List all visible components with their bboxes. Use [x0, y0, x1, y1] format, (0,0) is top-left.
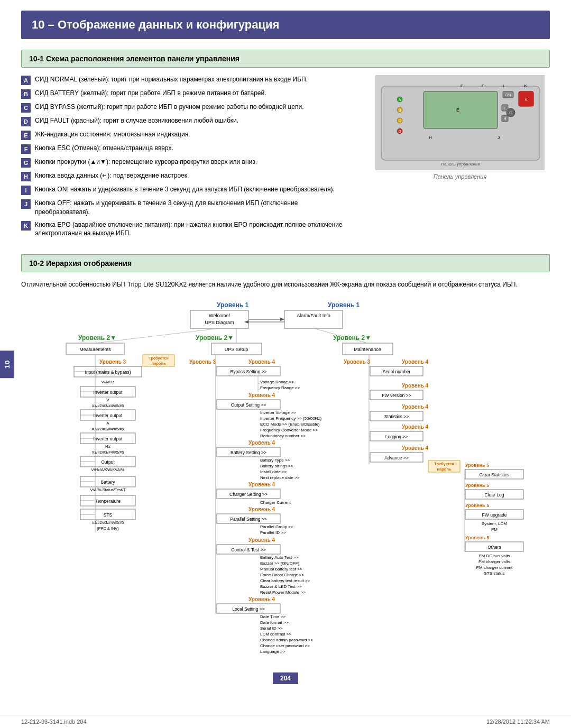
svg-text:Уровень 4: Уровень 4 — [402, 424, 429, 430]
section2-header: 10-2 Иерархия отображения — [21, 254, 550, 272]
svg-text:Hz: Hz — [105, 444, 110, 449]
panel-item-label: C — [21, 103, 31, 113]
svg-text:E: E — [461, 84, 464, 88]
svg-text:Уровень 4: Уровень 4 — [248, 537, 275, 543]
panel-item-text: СИД FAULT (красный): горит в случае возн… — [35, 116, 238, 125]
svg-text:PM DC bus volts: PM DC bus volts — [478, 554, 510, 558]
panel-list-item: EЖК-индикация состояния: многоязычная ин… — [21, 130, 354, 140]
svg-text:Date format >>: Date format >> — [260, 620, 289, 625]
svg-text:Advance >>: Advance >> — [384, 455, 408, 460]
svg-text:K: K — [525, 98, 528, 102]
svg-text:V: V — [106, 398, 109, 402]
svg-text:Уровень 4: Уровень 4 — [248, 440, 275, 446]
svg-text:Maintenance: Maintenance — [354, 347, 381, 352]
svg-text:Output Setting >>: Output Setting >> — [231, 402, 266, 408]
svg-text:Parallel Setting >>: Parallel Setting >> — [230, 517, 266, 522]
svg-text:Battery Type >>: Battery Type >> — [260, 458, 290, 463]
svg-text:Требуется: Требуется — [434, 462, 454, 466]
svg-text:Reset Power Module >>: Reset Power Module >> — [260, 590, 306, 595]
svg-text:FW upgrade: FW upgrade — [482, 512, 507, 518]
svg-text:#1/#2/#3/#4/#5/#6: #1/#2/#3/#4/#5/#6 — [92, 450, 124, 455]
svg-text:Уровень 4: Уровень 4 — [248, 392, 275, 398]
panel-list-item: CСИД BYPASS (желтый): горит при работе И… — [21, 103, 354, 113]
svg-text:ON: ON — [505, 93, 511, 97]
svg-text:V/Hz/A/KW/KVA/%: V/Hz/A/KW/KVA/% — [91, 467, 125, 472]
svg-text:Уровень 2▼: Уровень 2▼ — [196, 334, 234, 342]
svg-text:Next replace date >>: Next replace date >> — [260, 475, 300, 480]
page-number-badge: 204 — [273, 672, 298, 684]
svg-text:Date Time >>: Date Time >> — [260, 614, 286, 619]
svg-text:PM charger current: PM charger current — [476, 565, 513, 570]
svg-text:PM: PM — [491, 527, 498, 532]
section1-title: 10-1 Схема расположения элементов панели… — [29, 54, 542, 63]
svg-text:Уровень 3: Уровень 3 — [344, 359, 371, 365]
panel-list: AСИД NORMAL (зеленый): горит при нормаль… — [21, 75, 354, 242]
panel-list-item: IКнопка ON: нажать и удерживать в течени… — [21, 185, 354, 195]
svg-text:Frequency Converter Mode >>: Frequency Converter Mode >> — [260, 428, 318, 432]
svg-text:Language >>: Language >> — [260, 649, 285, 654]
panel-list-item: DСИД FAULT (красный): горит в случае воз… — [21, 116, 354, 126]
svg-text:Clear Log: Clear Log — [485, 492, 504, 497]
svg-text:Требуется: Требуется — [149, 356, 169, 361]
page-footer: 12-212-93-3141.indb 204 12/28/2012 11:22… — [0, 715, 571, 728]
panel-item-label: B — [21, 89, 31, 99]
page-number-center: 204 — [21, 667, 550, 689]
svg-text:Панель управления: Панель управления — [441, 162, 480, 167]
svg-text:A: A — [106, 421, 109, 426]
svg-text:Battery Auto Test >>: Battery Auto Test >> — [260, 555, 298, 560]
svg-text:LCM contrast >>: LCM contrast >> — [260, 632, 291, 637]
svg-text:Inverter Frequency >> (50/60Hz: Inverter Frequency >> (50/60Hz) — [260, 416, 321, 421]
svg-text:V/A/%-Status/Test/T: V/A/%-Status/Test/T — [90, 487, 126, 492]
panel-list-item: HКнопка ввода данных (↵): подтверждение … — [21, 171, 354, 181]
svg-text:H: H — [429, 135, 432, 140]
panel-item-text: СИД NORMAL (зеленый): горит при нормальн… — [35, 75, 308, 84]
diagram-container: Уровень 1 Уровень 1 Welcome/ UPS Diagram… — [21, 298, 550, 659]
svg-text:Уровень 2▼: Уровень 2▼ — [78, 334, 116, 342]
svg-text:Logging >>: Logging >> — [385, 434, 408, 439]
svg-text:Parallel ID >>: Parallel ID >> — [260, 530, 286, 535]
svg-text:Inverter Voltage >>: Inverter Voltage >> — [260, 410, 296, 415]
svg-text:ECO Mode >> (Enable/Disable): ECO Mode >> (Enable/Disable) — [260, 422, 320, 427]
panel-item-text: СИД BATTERY (желтый): горит при работе И… — [35, 89, 266, 98]
panel-item-text: ЖК-индикация состояния: многоязычная инд… — [35, 130, 190, 139]
svg-text:#1/#2/#3/#4/#5/#6: #1/#2/#3/#4/#5/#6 — [92, 427, 124, 431]
svg-text:Bypass Setting >>: Bypass Setting >> — [231, 369, 267, 374]
panel-item-label: E — [21, 131, 31, 140]
chapter-title: 10 – Отображение данных и конфигурация — [32, 18, 539, 32]
svg-text:A: A — [399, 98, 401, 102]
svg-text:System, LCM: System, LCM — [482, 521, 507, 526]
panel-list-item: KКнопка EPO (аварийное отключение питани… — [21, 220, 354, 238]
svg-text:Parallel Group >>: Parallel Group >> — [260, 524, 293, 529]
panel-item-label: F — [21, 144, 31, 154]
svg-text:Inverter output: Inverter output — [94, 390, 123, 395]
svg-text:Voltage Range >>: Voltage Range >> — [260, 380, 294, 384]
svg-text:Buzzer >> (ON/OFF): Buzzer >> (ON/OFF) — [260, 561, 300, 566]
svg-text:#1/#2/#3/#4/#5/#6: #1/#2/#3/#4/#5/#6 — [92, 403, 124, 408]
svg-text:Statistics >>: Statistics >> — [384, 414, 409, 419]
panel-item-text: Кнопка ESC (Отмена): отмена/страница вве… — [35, 144, 173, 153]
svg-text:Battery strings >>: Battery strings >> — [260, 464, 293, 468]
svg-text:Уровень 4: Уровень 4 — [402, 383, 429, 389]
svg-text:STS status: STS status — [484, 571, 504, 576]
svg-text:#1/#2/#3/#4/#5/#6: #1/#2/#3/#4/#5/#6 — [92, 520, 124, 525]
chapter-tab: 10 — [0, 350, 14, 377]
svg-text:K: K — [524, 84, 527, 88]
svg-text:Уровень 4: Уровень 4 — [248, 506, 275, 512]
panel-item-label: A — [21, 76, 31, 85]
svg-text:FW version >>: FW version >> — [382, 393, 411, 398]
panel-item-text: Кнопка ввода данных (↵): подтверждение н… — [35, 171, 189, 180]
svg-text:STS: STS — [104, 512, 113, 518]
panel-item-text: СИД BYPASS (желтый): горит при работе ИБ… — [35, 103, 304, 112]
svg-text:Уровень 4: Уровень 4 — [248, 596, 275, 602]
footer-right: 12/28/2012 11:22:34 AM — [486, 718, 550, 725]
chapter-header: 10 – Отображение данных и конфигурация — [21, 11, 550, 39]
svg-text:Charger Setting >>: Charger Setting >> — [229, 492, 268, 497]
svg-text:Уровень 4: Уровень 4 — [248, 359, 275, 365]
svg-text:F: F — [482, 84, 484, 88]
svg-text:V/A/Hz: V/A/Hz — [102, 380, 115, 384]
svg-text:Frequency Range >>: Frequency Range >> — [260, 385, 300, 390]
svg-text:UPS Diagram: UPS Diagram — [205, 320, 234, 325]
svg-text:Уровень 5: Уровень 5 — [465, 535, 489, 540]
svg-text:Manual battery test >>: Manual battery test >> — [260, 567, 302, 572]
panel-item-label: J — [21, 199, 31, 209]
